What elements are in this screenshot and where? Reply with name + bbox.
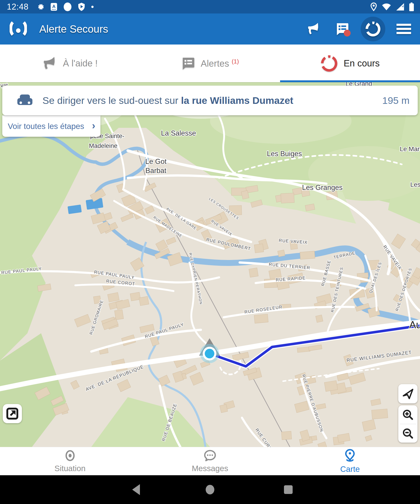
- signal-icon: [396, 3, 404, 11]
- tab-a-laide[interactable]: À l'aide !: [0, 44, 140, 82]
- svg-text:Au: Au: [409, 319, 420, 330]
- zoom-controls: [398, 405, 418, 443]
- bottom-nav-messages[interactable]: Messages: [140, 447, 280, 475]
- gear-icon: [37, 3, 44, 11]
- svg-text:La Salesse: La Salesse: [161, 129, 196, 137]
- distance-to-maneuver: 195 m: [382, 95, 409, 106]
- spinner-icon: [365, 21, 381, 37]
- zoom-in-button[interactable]: [398, 405, 418, 424]
- battery-icon: [409, 2, 414, 12]
- android-navigation-bar: [0, 475, 420, 504]
- back-icon: [131, 484, 140, 496]
- tab-label: À l'aide !: [63, 58, 98, 68]
- red-spinner-icon: [320, 54, 338, 72]
- target-icon: [64, 450, 76, 462]
- megaphone-icon: [42, 56, 58, 71]
- tab-label: Alertes (1): [201, 58, 239, 69]
- menu-button[interactable]: [394, 19, 414, 39]
- ongoing-spinner-button[interactable]: [361, 17, 385, 41]
- recents-icon: [283, 485, 293, 494]
- shield-play-icon: [78, 2, 85, 11]
- home-icon: [205, 485, 215, 495]
- unread-badge: [344, 30, 351, 36]
- svg-text:A: A: [52, 4, 55, 9]
- android-back-button[interactable]: [122, 475, 150, 504]
- chat-dots-icon: [204, 450, 216, 462]
- auto-mode-icon: A: [50, 3, 57, 11]
- open-external-map-button[interactable]: [3, 404, 22, 423]
- menu-icon: [396, 23, 411, 35]
- svg-text:Le Got: Le Got: [145, 157, 166, 166]
- navigation-instruction-card: Se diriger vers le sud-ouest sur la rue …: [2, 86, 418, 115]
- active-tab-indicator: [280, 80, 420, 82]
- zoom-out-icon: [402, 427, 414, 439]
- tab-alertes[interactable]: Alertes (1): [140, 44, 280, 82]
- bottom-navigation: Situation Messages Carte: [0, 447, 420, 475]
- chat-list-icon: [181, 56, 195, 71]
- tab-en-cours[interactable]: En cours: [280, 44, 420, 82]
- map-pin-icon: [344, 449, 356, 462]
- zoom-in-icon: [402, 409, 414, 421]
- all-steps-label: Voir toutes les étapes: [8, 122, 84, 131]
- svg-text:Madeleine: Madeleine: [89, 142, 118, 149]
- status-bar: 12:48 A: [0, 0, 420, 13]
- bottom-nav-situation[interactable]: Situation: [0, 447, 140, 475]
- svg-text:Les Granges: Les Granges: [302, 184, 343, 192]
- svg-text:Les Buiges: Les Buiges: [267, 150, 302, 158]
- recenter-button[interactable]: [398, 384, 418, 403]
- app-title: Alerte Secours: [39, 23, 108, 35]
- svg-text:Le Marc: Le Marc: [400, 145, 420, 152]
- record-circle-icon: [63, 2, 72, 12]
- tab-label: En cours: [343, 58, 380, 68]
- map[interactable]: RUE PAUL PAULYRUE PAUL PAULYRUE COROTRUE…: [0, 82, 420, 447]
- car-icon: [17, 94, 32, 107]
- chevron-right-icon: ›: [92, 120, 96, 131]
- clock: 12:48: [7, 2, 29, 12]
- external-link-icon: [6, 408, 18, 420]
- navigation-arrow-icon: [402, 388, 414, 400]
- messages-button[interactable]: [332, 19, 352, 39]
- android-recents-button[interactable]: [275, 475, 302, 504]
- bottom-nav-carte[interactable]: Carte: [280, 447, 420, 475]
- svg-text:Les: Les: [410, 181, 420, 188]
- bottom-nav-label: Situation: [54, 464, 86, 473]
- notification-dot-icon: [91, 6, 94, 8]
- app-logo-icon: [10, 21, 27, 36]
- bottom-nav-label: Carte: [340, 464, 360, 474]
- instruction-text: Se diriger vers le sud-ouest sur la rue …: [42, 95, 382, 106]
- road-name: la rue Williams Dumazet: [181, 95, 293, 106]
- app-bar: Alerte Secours: [0, 13, 420, 44]
- svg-text:Barbat: Barbat: [145, 167, 166, 175]
- megaphone-button[interactable]: [304, 19, 324, 39]
- megaphone-icon: [307, 22, 321, 36]
- all-steps-button[interactable]: Voir toutes les étapes ›: [2, 115, 100, 137]
- bottom-nav-label: Messages: [192, 464, 228, 473]
- zoom-out-button[interactable]: [398, 424, 418, 443]
- android-home-button[interactable]: [196, 475, 224, 504]
- tab-bar: À l'aide ! Alertes (1) En cours: [0, 44, 420, 82]
- alert-count-badge: (1): [232, 58, 239, 65]
- wifi-icon: [382, 3, 391, 11]
- location-status-icon: [370, 2, 377, 12]
